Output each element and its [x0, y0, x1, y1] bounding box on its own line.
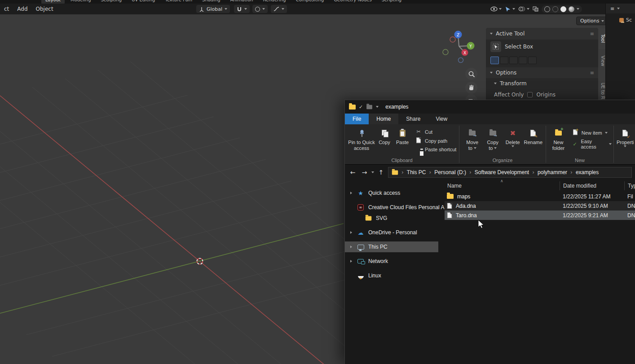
workspace-tab-rendering[interactable]: Rendering — [259, 0, 290, 4]
breadcrumb-software-development[interactable]: Software Development — [475, 169, 529, 175]
sidebar-item-network[interactable]: Network — [345, 256, 438, 267]
expander-chevron-icon[interactable] — [350, 231, 352, 234]
quick-access-folder-icon[interactable] — [366, 105, 372, 109]
qat-customize-chevron-icon[interactable] — [376, 106, 379, 108]
creative-cloud-icon: ∞ — [357, 204, 364, 211]
viewport-options-button[interactable]: Options — [576, 17, 608, 25]
file-row-taro-dna[interactable]: Taro.dna 1/22/2025 9:21 AM DN — [445, 211, 635, 220]
tab-file[interactable]: File — [345, 114, 369, 124]
column-header-type[interactable]: Typ — [624, 181, 635, 190]
back-button[interactable]: ← — [348, 169, 357, 176]
sidebar-item-this-pc[interactable]: This PC — [345, 241, 438, 252]
editor-menu-icon[interactable]: ≡ — [610, 6, 614, 12]
workspace-tab-modeling[interactable]: Modeling — [66, 0, 95, 4]
sidebar-item-quick-access[interactable]: ★ Quick access — [345, 188, 438, 198]
copy-to-button[interactable]: → Copy to — [483, 126, 503, 151]
breadcrumb-this-pc[interactable]: This PC — [407, 169, 426, 175]
overlays-toggle[interactable] — [518, 6, 529, 12]
proportional-editing-control[interactable] — [252, 5, 268, 13]
workspace-tab-scripting[interactable]: Scripting — [378, 0, 406, 4]
sort-caret-icon[interactable]: ∧ — [500, 179, 503, 183]
easy-access-button[interactable]: ✓ Easy access — [572, 139, 612, 149]
move-to-button[interactable]: → Move to — [462, 126, 483, 151]
new-item-button[interactable]: + New item — [572, 129, 612, 136]
sidebar-item-svg[interactable]: SVG — [345, 213, 438, 224]
menu-select[interactable]: ct — [0, 4, 13, 14]
select-mode-subtract[interactable] — [509, 57, 518, 64]
workspace-tab-shading[interactable]: Shading — [198, 0, 225, 4]
options-section-header[interactable]: Options ≡ — [486, 67, 598, 78]
explorer-titlebar[interactable]: ✓ examples — [345, 100, 635, 114]
xray-toggle[interactable] — [533, 6, 538, 12]
select-mode-extend[interactable] — [500, 57, 508, 64]
falloff-control[interactable] — [271, 5, 287, 13]
delete-button[interactable]: ✖ Delete — [503, 126, 523, 147]
breadcrumb-polyhammer[interactable]: polyhammer — [538, 169, 567, 175]
breadcrumb[interactable]: › This PC › Personal (D:) › Software Dev… — [388, 167, 632, 178]
workspace-tab-uv-editing[interactable]: UV Editing — [128, 0, 159, 4]
recent-locations-chevron-icon[interactable] — [371, 171, 374, 173]
breadcrumb-personal-d[interactable]: Personal (D:) — [434, 169, 466, 175]
menu-add[interactable]: Add — [13, 4, 31, 14]
copy-path-icon — [416, 138, 421, 143]
properties-button[interactable]: ✓ Properti — [617, 126, 634, 147]
expander-chevron-icon[interactable] — [350, 260, 352, 263]
column-header-date-modified[interactable]: Date modified — [560, 181, 624, 190]
select-box-tool[interactable]: Select Box — [486, 39, 598, 54]
shading-wireframe-icon[interactable] — [544, 6, 550, 12]
scene-label: Sc — [626, 17, 632, 23]
pan-tool-button[interactable] — [465, 82, 477, 94]
select-mode-invert[interactable] — [519, 57, 527, 64]
magnifier-icon — [468, 70, 475, 78]
sidebar-item-linux[interactable]: Linux — [345, 270, 438, 281]
workspace-tab-geometry-nodes[interactable]: Geometry Nodes — [330, 0, 375, 4]
navigation-gizmo[interactable]: Z Y X — [440, 27, 481, 68]
paste-button[interactable]: Paste — [393, 126, 411, 145]
cut-button[interactable]: ✂ Cut — [415, 129, 456, 135]
shading-material-icon[interactable] — [560, 6, 566, 12]
tab-home[interactable]: Home — [369, 114, 398, 124]
up-button[interactable]: ↑ — [376, 169, 386, 176]
file-icon — [447, 203, 452, 209]
sidebar-item-creative-cloud[interactable]: ∞ Creative Cloud Files Personal A — [345, 202, 438, 213]
shading-solid-icon[interactable] — [552, 6, 558, 12]
quick-access-check-icon[interactable]: ✓ — [359, 104, 363, 110]
x-axis-line — [0, 96, 344, 364]
expander-chevron-icon[interactable] — [350, 246, 352, 248]
tab-share[interactable]: Share — [398, 114, 428, 124]
workspace-tab-animation[interactable]: Animation — [226, 0, 257, 4]
expander-chevron-icon[interactable] — [350, 192, 352, 194]
workspace-tab-layout[interactable]: Layout — [41, 0, 65, 4]
transform-section-header[interactable]: Transform — [486, 78, 598, 89]
transform-orientation-dropdown[interactable]: Global — [196, 5, 230, 13]
tab-view[interactable]: View — [428, 114, 455, 124]
copy-button[interactable]: Copy — [375, 126, 393, 145]
zoom-tool-button[interactable] — [465, 68, 477, 80]
copy-path-button[interactable]: Copy path — [415, 137, 456, 145]
visibility-dropdown[interactable] — [490, 6, 502, 12]
origins-checkbox[interactable] — [527, 92, 533, 97]
pin-to-quick-access-button[interactable]: Pin to Quick access — [348, 126, 375, 151]
snap-control[interactable] — [234, 5, 250, 13]
shading-rendered-icon[interactable] — [569, 6, 574, 12]
select-box-label: Select Box — [505, 44, 533, 50]
file-row-maps[interactable]: maps 1/22/2025 11:27 AM Fil — [445, 192, 635, 201]
select-mode-new[interactable] — [490, 57, 499, 64]
workspace-tab-sculpting[interactable]: Sculpting — [97, 0, 126, 4]
select-mode-intersect[interactable] — [528, 57, 537, 64]
paste-shortcut-button[interactable]: Paste shortcut — [415, 147, 456, 152]
rename-button[interactable]: ✎ Rename — [523, 126, 544, 145]
menu-object[interactable]: Object — [32, 4, 57, 14]
new-folder-button[interactable]: + New folder — [549, 126, 568, 151]
gizmos-toggle[interactable] — [505, 6, 515, 12]
workspace-tab-texture-paint[interactable]: Texture Pain — [161, 0, 196, 4]
forward-button[interactable]: → — [360, 169, 369, 176]
active-tool-header[interactable]: Active Tool ≡ — [486, 28, 598, 39]
breadcrumb-examples[interactable]: examples — [576, 169, 599, 175]
sidebar-item-onedrive[interactable]: ☁ OneDrive - Personal — [345, 227, 438, 238]
workspace-tab-compositing[interactable]: Compositing — [292, 0, 328, 4]
column-header-name[interactable]: Name — [438, 183, 560, 189]
scene-row[interactable]: Sc — [606, 13, 635, 23]
file-row-ada-dna[interactable]: Ada.dna 1/22/2025 9:10 AM DN — [445, 201, 635, 211]
viewport-grid — [0, 14, 344, 364]
